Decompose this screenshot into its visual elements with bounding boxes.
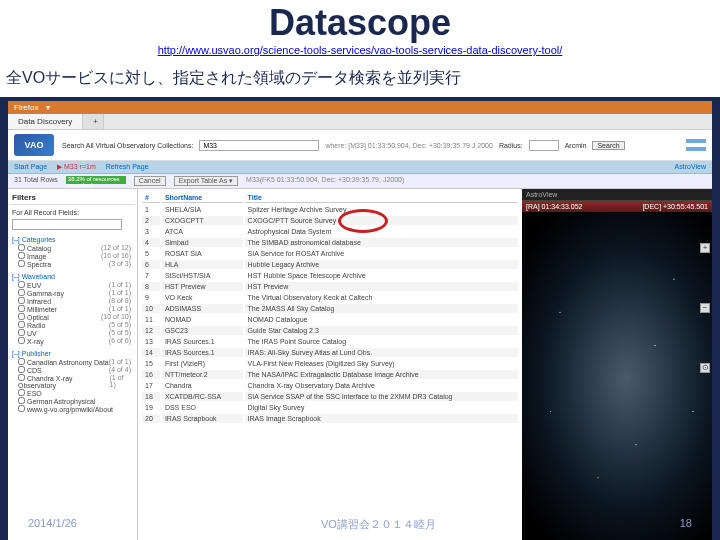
dec-value: [DEC] +30:55:45.501 (642, 203, 708, 210)
link-url[interactable]: http://www.usvao.org/science-tools-servi… (0, 44, 720, 60)
filter-checkbox[interactable] (18, 260, 25, 267)
footer-center: VO講習会２０１４睦月 (321, 517, 436, 532)
slide-title: Datascope (0, 0, 720, 44)
filter-checkbox[interactable] (18, 358, 25, 365)
table-row[interactable]: 5ROSAT SIASIA Service for ROSAT Archive (142, 249, 518, 258)
status-bar: 31 Total Rows 38.2% of resources searche… (8, 174, 712, 189)
table-row[interactable]: 18XCATDB/RC-SSASIA Service SSAP of the S… (142, 392, 518, 401)
table-row[interactable]: 14IRAS Sources.1IRAS: All-Sky Survey Atl… (142, 348, 518, 357)
slide-subtitle: 全VOサービスに対し、指定された領域のデータ検索を並列実行 (0, 60, 720, 97)
filter-item[interactable]: Canadian Astronomy Data(1 of 1) (10, 358, 135, 366)
tab-data-discovery[interactable]: Data Discovery (8, 114, 83, 129)
table-row[interactable]: 1SHELA/SIASpitzer Heritage Archive Surve… (142, 205, 518, 214)
filter-item[interactable]: Optical(10 of 10) (10, 313, 135, 321)
vao-logo: VAO (14, 134, 54, 156)
filter-item[interactable]: ESO (10, 389, 135, 397)
table-row[interactable]: 15First (VizieR)VLA-First New Releases (… (142, 359, 518, 368)
filter-checkbox[interactable] (18, 405, 25, 412)
filter-waveband: [–] Waveband EUV(1 of 1)Gamma-ray(1 of 1… (10, 270, 135, 347)
browser-name: Firefox (14, 103, 38, 112)
col-title[interactable]: Title (245, 193, 518, 203)
filter-item[interactable]: Radio(5 of 5) (10, 321, 135, 329)
table-row[interactable]: 12GSC23Guide Star Catalog 2.3 (142, 326, 518, 335)
flag-icon (686, 139, 706, 151)
filter-item[interactable]: Millimeter(1 of 1) (10, 305, 135, 313)
filter-item[interactable]: X-ray(6 of 6) (10, 337, 135, 345)
filter-checkbox[interactable] (18, 289, 25, 296)
filter-item[interactable]: German Astrophysical (10, 397, 135, 405)
where-resolved: where: [M33] 01:33:50.904, Dec: +30:39:3… (325, 142, 493, 149)
filter-item[interactable]: Image(16 of 16) (10, 252, 135, 260)
results-panel: # ShortName Title 1SHELA/SIASpitzer Heri… (138, 189, 522, 540)
filter-categories: [–] Categories Catalog(12 of 12)Image(16… (10, 233, 135, 270)
col-shortname[interactable]: ShortName (162, 193, 243, 203)
filters-header: Filters (10, 191, 135, 205)
table-row[interactable]: 4SimbadThe SIMBAD astronomical database (142, 238, 518, 247)
publisher-toggle[interactable]: [–] Publisher (10, 349, 135, 358)
astroview-panel: AstroView [RA] 01:34:33.052 [DEC] +30:55… (522, 189, 712, 540)
table-row[interactable]: 20IRAS ScrapbookIRAS Image Scrapbook (142, 414, 518, 423)
search-button[interactable]: Search (592, 141, 624, 150)
toolbar: Start Page ▶ M33 r=1m Refresh Page Astro… (8, 161, 712, 174)
filter-checkbox[interactable] (18, 321, 25, 328)
col-num[interactable]: # (142, 193, 160, 203)
filter-item[interactable]: www.g-vo.org/pmwiki/About (10, 405, 135, 413)
table-row[interactable]: 2CXOGCPTTCXOGC/PTT Source Survey (142, 216, 518, 225)
filter-checkbox[interactable] (18, 244, 25, 251)
filter-checkbox[interactable] (18, 281, 25, 288)
radius-input[interactable] (529, 140, 559, 151)
table-row[interactable]: 13IRAS Sources.1The IRAS Point Source Ca… (142, 337, 518, 346)
filter-checkbox[interactable] (18, 374, 25, 381)
new-tab-button[interactable]: + (83, 114, 104, 129)
filter-checkbox[interactable] (18, 329, 25, 336)
table-row[interactable]: 19DSS ESODigital Sky Survey (142, 403, 518, 412)
waveband-toggle[interactable]: [–] Waveband (10, 272, 135, 281)
filter-checkbox[interactable] (18, 297, 25, 304)
filter-search-input[interactable] (12, 219, 122, 230)
table-row[interactable]: 9VO KeckThe Virtual Observatory Keck at … (142, 293, 518, 302)
cancel-button[interactable]: Cancel (134, 176, 166, 186)
filter-checkbox[interactable] (18, 337, 25, 344)
table-row[interactable]: 17ChandraChandra X-ray Observatory Data … (142, 381, 518, 390)
filter-checkbox[interactable] (18, 305, 25, 312)
coordinates-bar: [RA] 01:34:33.052 [DEC] +30:55:45.501 (522, 201, 712, 213)
categories-toggle[interactable]: [–] Categories (10, 235, 135, 244)
record-fields-label: For All Record Fields: (10, 207, 135, 218)
main-area: Filters For All Record Fields: [–] Categ… (8, 189, 712, 540)
table-row[interactable]: 10ADSIMASSThe 2MASS All Sky Catalog (142, 304, 518, 313)
filter-checkbox[interactable] (18, 313, 25, 320)
radius-unit: Arcmin (565, 142, 587, 149)
total-rows: 31 Total Rows (14, 176, 58, 186)
sky-image[interactable]: + − ⊙ (522, 213, 712, 540)
browser-menu-icon[interactable]: ▾ (46, 103, 50, 112)
table-row[interactable]: 7StSci/HST/SIAHST Hubble Space Telescope… (142, 271, 518, 280)
refresh-link[interactable]: Refresh Page (106, 163, 149, 171)
table-row[interactable]: 3ATCAAstrophysical Data System (142, 227, 518, 236)
filter-item[interactable]: Catalog(12 of 12) (10, 244, 135, 252)
where-input[interactable] (199, 140, 319, 151)
start-page-link[interactable]: Start Page (14, 163, 47, 171)
filter-item[interactable]: EUV(1 of 1) (10, 281, 135, 289)
filter-item[interactable]: CDS(4 of 4) (10, 366, 135, 374)
filter-item[interactable]: UV(5 of 5) (10, 329, 135, 337)
zoom-out-button[interactable]: − (700, 303, 710, 313)
reset-button[interactable]: ⊙ (700, 363, 710, 373)
footer-page: 18 (680, 517, 692, 532)
filter-checkbox[interactable] (18, 252, 25, 259)
filter-item[interactable]: Spectra(3 of 3) (10, 260, 135, 268)
filter-item[interactable]: Infrared(8 of 8) (10, 297, 135, 305)
astroview-header-link[interactable]: AstroView (675, 163, 706, 171)
zoom-in-button[interactable]: + (700, 243, 710, 253)
export-button[interactable]: Export Table As ▾ (174, 176, 238, 186)
filter-item[interactable]: Gamma-ray(1 of 1) (10, 289, 135, 297)
table-row[interactable]: 11NOMADNOMAD Catalogue (142, 315, 518, 324)
filter-item[interactable]: Chandra X-ray Observatory(1 of 1) (10, 374, 135, 389)
filter-checkbox[interactable] (18, 366, 25, 373)
table-row[interactable]: 8HST PreviewHST Preview (142, 282, 518, 291)
annotation-circle (338, 209, 388, 233)
filter-checkbox[interactable] (18, 397, 25, 404)
screenshot: Firefox▾ Data Discovery + VAO Search All… (8, 101, 712, 540)
table-row[interactable]: 6HLAHubble Legacy Archive (142, 260, 518, 269)
table-row[interactable]: 16NTT/meteor.2The NASA/IPAC Extragalacti… (142, 370, 518, 379)
filter-checkbox[interactable] (18, 389, 25, 396)
